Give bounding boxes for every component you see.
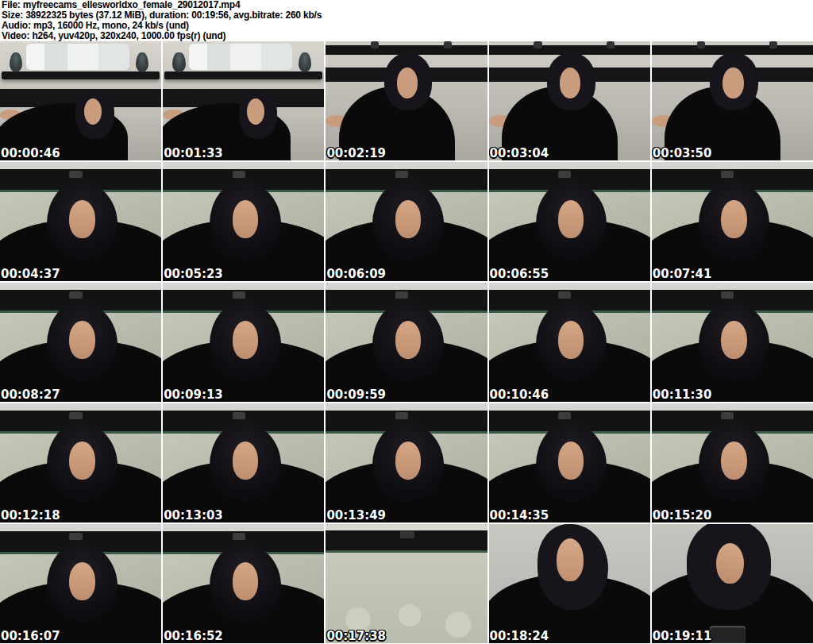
webcam-icon <box>233 412 245 419</box>
thumbnail-timestamp: 00:15:20 <box>653 509 712 523</box>
mirror-decor <box>26 44 129 70</box>
thumbnail-timestamp: 00:05:23 <box>164 268 223 281</box>
media-info-header: File: myfreecams_ellesworldxo_female_290… <box>0 0 813 41</box>
webcam-icon <box>233 291 245 299</box>
wall-background <box>326 403 487 411</box>
thumbnail-timestamp: 00:01:33 <box>164 147 223 160</box>
person-face-silhouette <box>716 543 744 584</box>
thumbnail-timestamp: 00:14:35 <box>490 509 549 523</box>
webcam-icon <box>69 533 82 540</box>
video-thumbnail: 00:04:37 <box>0 162 161 281</box>
wall-background <box>326 283 487 290</box>
vase-icon <box>769 41 777 48</box>
webcam-icon <box>400 531 414 538</box>
person-face-silhouette <box>397 67 418 98</box>
video-thumbnail: 00:12:18 <box>0 403 161 523</box>
video-thumbnail: 00:14:35 <box>489 403 650 523</box>
thumbnail-timestamp: 00:06:09 <box>326 268 386 281</box>
wall-background <box>326 524 487 530</box>
video-thumbnail: 00:19:11 <box>652 524 813 643</box>
thumbnail-grid: 00:00:46 00:01:33 00:02:19 <box>0 41 813 643</box>
thumbnail-timestamp: 00:07:41 <box>653 268 712 281</box>
person-face-silhouette <box>84 98 102 125</box>
video-info-line: Video: h264, yuv420p, 320x240, 1000.00 f… <box>2 31 813 41</box>
thumbnail-timestamp: 00:03:50 <box>653 147 712 160</box>
webcam-icon <box>395 171 408 178</box>
person-face-silhouette <box>560 67 580 98</box>
webcam-icon <box>69 171 82 178</box>
wall-background <box>0 524 161 531</box>
video-contact-sheet: File: myfreecams_ellesworldxo_female_290… <box>0 0 813 643</box>
person-face-silhouette <box>721 200 747 238</box>
vase-icon <box>607 41 615 48</box>
wall-background <box>0 162 161 169</box>
person-face-silhouette <box>69 321 95 359</box>
thumbnail-timestamp: 00:02:19 <box>326 147 386 160</box>
thumbnail-timestamp: 00:18:24 <box>490 630 549 643</box>
vase-icon <box>444 41 452 48</box>
video-thumbnail: 00:03:50 <box>652 41 813 160</box>
vase-icon <box>534 41 541 48</box>
video-thumbnail: 00:00:46 <box>0 41 161 160</box>
video-thumbnail: 00:07:41 <box>652 162 813 281</box>
phone-icon <box>710 626 746 644</box>
webcam-icon <box>395 412 408 419</box>
person-face-silhouette <box>558 321 584 359</box>
thumbnail-timestamp: 00:06:55 <box>490 268 549 281</box>
thumbnail-timestamp: 00:16:52 <box>164 630 223 643</box>
wall-background <box>489 403 650 411</box>
wall-background <box>163 162 324 169</box>
person-face-silhouette <box>395 442 422 480</box>
webcam-icon <box>233 171 245 178</box>
wall-background <box>652 283 813 290</box>
person-face-silhouette <box>233 321 259 359</box>
vase-icon <box>371 41 379 48</box>
person-face-silhouette <box>721 321 747 359</box>
thumbnail-timestamp: 00:13:49 <box>326 509 386 523</box>
video-thumbnail: 00:08:27 <box>0 283 161 402</box>
wall-background <box>163 283 324 290</box>
video-thumbnail: 00:03:04 <box>489 41 650 160</box>
mirror-decor <box>189 44 292 70</box>
person-face-silhouette <box>69 200 95 238</box>
thumbnail-timestamp: 00:17:38 <box>326 630 386 643</box>
video-thumbnail: 00:06:09 <box>326 162 487 281</box>
video-thumbnail: 00:05:23 <box>163 162 324 281</box>
person-face-silhouette <box>233 442 259 480</box>
person-face-silhouette <box>557 538 584 581</box>
wall-background <box>163 403 324 411</box>
wall-shelf <box>164 71 322 80</box>
vase-icon <box>697 41 705 48</box>
webcam-icon <box>721 171 734 178</box>
video-thumbnail: 00:13:49 <box>326 403 487 523</box>
webcam-icon <box>558 291 571 299</box>
video-thumbnail: 00:01:33 <box>163 41 324 160</box>
thumbnail-timestamp: 00:03:04 <box>490 147 549 160</box>
person-face-silhouette <box>233 200 259 238</box>
wall-background <box>489 283 650 290</box>
webcam-icon <box>69 412 82 419</box>
webcam-icon <box>69 291 82 299</box>
person-face-silhouette <box>395 321 422 359</box>
video-thumbnail: 00:06:55 <box>489 162 650 281</box>
person-face-silhouette <box>395 200 422 238</box>
person-face-silhouette <box>69 562 95 600</box>
thumbnail-timestamp: 00:04:37 <box>1 268 60 281</box>
thumbnail-timestamp: 00:16:07 <box>1 630 60 643</box>
webcam-icon <box>395 291 408 299</box>
wall-background <box>326 162 487 169</box>
wall-background <box>163 524 324 531</box>
thumbnail-timestamp: 00:08:27 <box>1 388 60 402</box>
person-face-silhouette <box>69 442 95 480</box>
vase-icon <box>299 52 311 73</box>
video-thumbnail: 00:02:19 <box>326 41 487 160</box>
person-face-silhouette <box>722 67 743 98</box>
video-thumbnail: 00:10:46 <box>489 283 650 402</box>
video-thumbnail: 00:09:13 <box>163 283 324 402</box>
vase-icon <box>172 52 185 73</box>
video-thumbnail: 00:16:07 <box>0 524 161 643</box>
webcam-icon <box>721 291 734 299</box>
video-thumbnail: 00:16:52 <box>163 524 324 643</box>
wall-background <box>489 162 650 169</box>
vase-icon <box>136 52 148 73</box>
